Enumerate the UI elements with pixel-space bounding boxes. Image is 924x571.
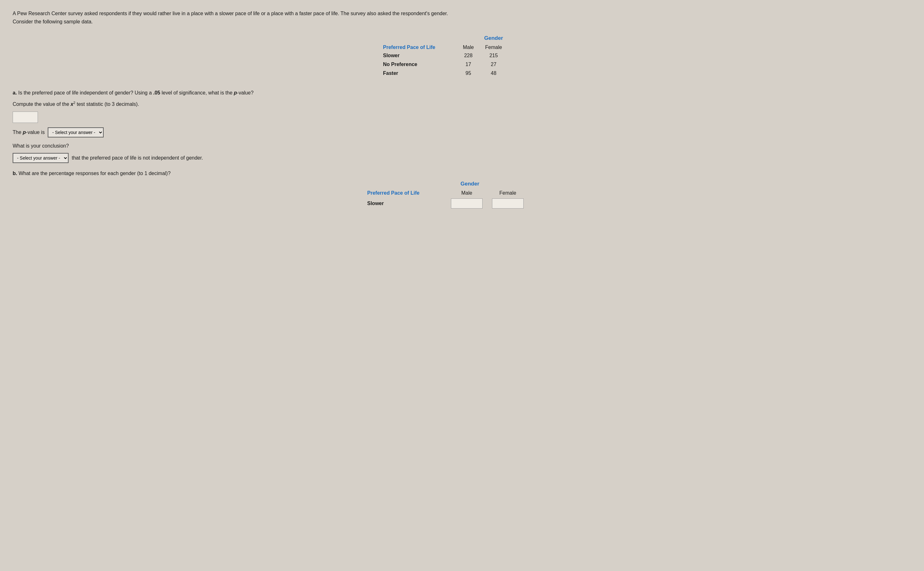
- p-value-label: The p-value is: [12, 130, 45, 135]
- conclusion-question: What is your conclusion?: [12, 142, 912, 150]
- question-a-label: a.: [12, 90, 17, 96]
- b-female-slower-input[interactable]: [492, 198, 524, 208]
- b-table-row-slower: Slower: [367, 198, 557, 208]
- question-b-label: b.: [12, 171, 17, 176]
- main-col-male-label: Male: [456, 45, 481, 50]
- main-gender-header: Gender: [383, 35, 541, 42]
- row-female-nopref: 27: [481, 62, 506, 67]
- table-row-nopref: No Preference 17 27: [383, 62, 541, 67]
- row-label-nopref: No Preference: [383, 62, 456, 67]
- row-female-slower: 215: [481, 53, 506, 59]
- question-b-text: b. What are the percentage responses for…: [12, 169, 912, 177]
- table-row-slower: Slower 228 215: [383, 53, 541, 59]
- main-data-table: Gender Preferred Pace of Life Male Femal…: [383, 35, 541, 79]
- chi-square-input[interactable]: [12, 111, 38, 123]
- table-row-faster: Faster 95 48: [383, 71, 541, 76]
- main-table-container: Gender Preferred Pace of Life Male Femal…: [12, 35, 912, 79]
- b-gender-header: Gender: [367, 181, 557, 187]
- row-male-slower: 228: [456, 53, 481, 59]
- row-male-faster: 95: [456, 71, 481, 76]
- b-male-slower-input[interactable]: [451, 198, 483, 208]
- conclusion-text: that the preferred pace of life is not i…: [72, 155, 203, 161]
- p-value-row: The p-value is - Select your answer - le…: [12, 127, 912, 137]
- main-col-female-label: Female: [481, 45, 506, 50]
- b-col-preferred-label: Preferred Pace of Life: [367, 190, 446, 196]
- row-female-faster: 48: [481, 71, 506, 76]
- intro-text: A Pew Research Center survey asked respo…: [12, 9, 455, 26]
- row-label-slower: Slower: [383, 53, 456, 59]
- b-table-container: Gender Preferred Pace of Life Male Femal…: [12, 181, 912, 211]
- b-data-table: Gender Preferred Pace of Life Male Femal…: [367, 181, 557, 211]
- main-col-preferred-label: Preferred Pace of Life: [383, 45, 456, 50]
- conclusion-select[interactable]: - Select your answer - Do not reject Rej…: [12, 153, 69, 163]
- compute-text: Compute the value of the x2 test statist…: [12, 100, 912, 108]
- row-male-nopref: 17: [456, 62, 481, 67]
- question-a-section: a. Is the preferred pace of life indepen…: [12, 89, 912, 163]
- b-col-male-label: Male: [446, 190, 487, 196]
- question-b-section: b. What are the percentage responses for…: [12, 169, 912, 211]
- p-value-select[interactable]: - Select your answer - less than .005 be…: [48, 127, 103, 137]
- question-a-text: a. Is the preferred pace of life indepen…: [12, 89, 912, 97]
- b-row-label-slower: Slower: [367, 201, 446, 206]
- row-label-faster: Faster: [383, 71, 456, 76]
- b-col-female-label: Female: [487, 190, 528, 196]
- b-header-row: Preferred Pace of Life Male Female: [367, 190, 557, 196]
- conclusion-row: - Select your answer - Do not reject Rej…: [12, 153, 912, 163]
- main-table-header-row: Preferred Pace of Life Male Female: [383, 45, 541, 50]
